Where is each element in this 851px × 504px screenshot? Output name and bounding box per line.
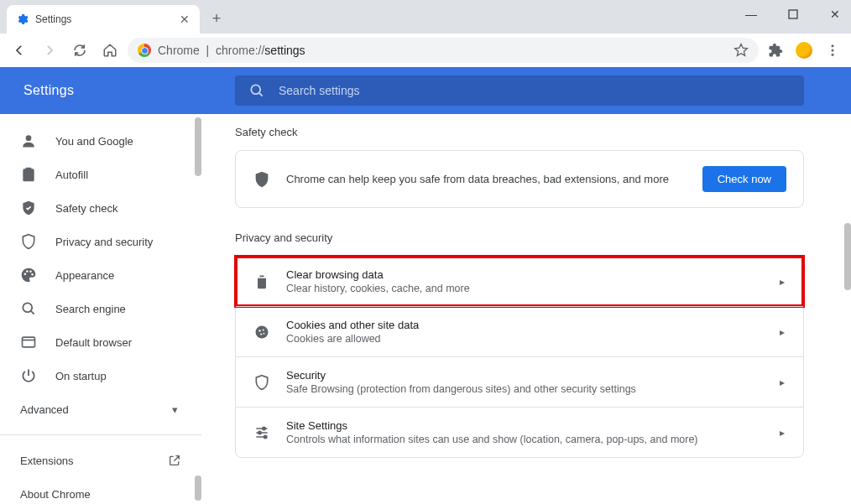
chevron-right-icon: ▸ — [780, 377, 785, 388]
svg-point-15 — [263, 329, 264, 330]
external-link-icon — [168, 454, 181, 467]
palette-icon — [20, 267, 37, 283]
shield-icon — [253, 374, 271, 391]
sidebar-item-autofill[interactable]: Autofill — [0, 158, 201, 191]
url-text: Chrome | chrome://settings — [158, 44, 305, 57]
sidebar-extensions-link[interactable]: Extensions — [0, 444, 201, 477]
scrollbar-thumb[interactable] — [844, 223, 851, 290]
svg-point-10 — [31, 273, 34, 276]
sidebar-item-label: Default browser — [55, 336, 132, 349]
main-content: Safety check Chrome can help keep you sa… — [201, 114, 851, 504]
forward-button[interactable] — [37, 38, 62, 63]
sidebar-item-privacy[interactable]: Privacy and security — [0, 225, 201, 258]
browser-window-icon — [20, 334, 37, 351]
svg-point-13 — [256, 325, 269, 338]
svg-point-14 — [258, 330, 260, 331]
menu-dots-icon[interactable] — [821, 39, 844, 62]
sidebar-item-on-startup[interactable]: On startup — [0, 359, 201, 392]
sidebar-about-link[interactable]: About Chrome — [0, 477, 201, 504]
svg-point-2 — [832, 49, 834, 52]
sidebar-item-appearance[interactable]: Appearance — [0, 258, 201, 292]
search-settings-box[interactable] — [235, 75, 804, 106]
svg-rect-6 — [26, 168, 32, 170]
chevron-down-icon: ▾ — [172, 403, 178, 416]
row-subtitle: Cookies are allowed — [286, 333, 786, 345]
check-now-button[interactable]: Check now — [702, 166, 786, 192]
sidebar-advanced-toggle[interactable]: Advanced ▾ — [0, 392, 201, 426]
divider — [0, 434, 201, 435]
search-settings-input[interactable] — [279, 84, 791, 97]
svg-point-20 — [264, 435, 267, 438]
row-cookies[interactable]: Cookies and other site data Cookies are … — [236, 306, 803, 356]
sidebar-item-safety-check[interactable]: Safety check — [0, 191, 201, 225]
row-title: Cookies and other site data — [286, 319, 786, 331]
svg-point-17 — [264, 332, 265, 334]
svg-point-3 — [832, 54, 834, 56]
sidebar-advanced-label: Advanced — [20, 403, 69, 416]
svg-point-5 — [26, 135, 32, 141]
page-title: Settings — [23, 83, 74, 98]
row-security[interactable]: Security Safe Browsing (protection from … — [236, 356, 803, 407]
shield-icon — [20, 233, 37, 250]
cookie-icon — [253, 324, 271, 340]
reload-button[interactable] — [67, 38, 92, 63]
svg-rect-0 — [789, 10, 797, 18]
svg-point-9 — [29, 271, 32, 273]
sidebar-item-label: You and Google — [55, 135, 133, 148]
power-icon — [20, 367, 37, 384]
new-tab-button[interactable]: + — [205, 7, 228, 30]
settings-header: Settings — [0, 67, 851, 114]
tab-close-button[interactable]: ✕ — [178, 13, 191, 26]
window-minimize-button[interactable]: — — [739, 2, 764, 27]
section-label-safety: Safety check — [235, 126, 804, 138]
row-subtitle: Safe Browsing (protection from dangerous… — [286, 383, 786, 395]
chevron-right-icon: ▸ — [780, 427, 785, 439]
section-label-privacy: Privacy and security — [235, 231, 804, 244]
home-button[interactable] — [97, 38, 123, 63]
shield-check-icon — [20, 200, 37, 216]
row-title: Site Settings — [286, 419, 786, 432]
svg-point-7 — [24, 273, 27, 276]
extension-color-icon[interactable] — [792, 39, 816, 62]
chrome-icon — [138, 44, 151, 57]
browser-tab[interactable]: Settings ✕ — [7, 5, 200, 34]
window-close-button[interactable]: ✕ — [822, 2, 848, 27]
sidebar-item-search-engine[interactable]: Search engine — [0, 292, 201, 325]
sidebar-item-label: About Chrome — [20, 488, 91, 501]
window-maximize-button[interactable] — [781, 2, 806, 27]
row-subtitle: Controls what information sites can use … — [286, 434, 786, 445]
shield-icon — [253, 170, 271, 189]
row-title: Security — [286, 369, 786, 382]
chevron-right-icon: ▸ — [780, 276, 785, 288]
extensions-puzzle-icon[interactable] — [764, 39, 787, 62]
safety-check-card: Chrome can help keep you safe from data … — [235, 150, 804, 208]
svg-point-16 — [260, 333, 262, 335]
sidebar-item-label: Extensions — [20, 455, 74, 467]
scrollbar-thumb[interactable] — [195, 475, 201, 501]
tune-icon — [253, 424, 271, 441]
sidebar-item-label: Search engine — [55, 303, 126, 315]
row-subtitle: Clear history, cookies, cache, and more — [286, 283, 786, 294]
sidebar-item-label: Safety check — [55, 202, 117, 215]
address-bar[interactable]: Chrome | chrome://settings — [128, 38, 759, 63]
sidebar: You and Google Autofill Safety check Pri… — [0, 114, 201, 504]
svg-point-11 — [23, 303, 32, 312]
svg-point-19 — [258, 431, 261, 434]
trash-icon — [253, 273, 271, 290]
sidebar-item-label: Appearance — [55, 269, 114, 282]
row-clear-browsing-data[interactable]: Clear browsing data Clear history, cooki… — [236, 257, 803, 306]
window-titlebar: Settings ✕ + — ✕ — [0, 0, 851, 34]
svg-point-8 — [26, 270, 28, 273]
row-site-settings[interactable]: Site Settings Controls what information … — [236, 407, 803, 457]
tab-title: Settings — [35, 13, 171, 25]
clipboard-icon — [20, 166, 37, 183]
row-title: Clear browsing data — [286, 268, 786, 281]
scrollbar-thumb[interactable] — [195, 117, 201, 176]
bookmark-star-icon[interactable] — [734, 43, 749, 58]
sidebar-item-you-and-google[interactable]: You and Google — [0, 124, 201, 158]
gear-icon — [15, 13, 29, 26]
sidebar-item-label: Privacy and security — [55, 236, 153, 248]
sidebar-item-default-browser[interactable]: Default browser — [0, 325, 201, 359]
svg-point-18 — [263, 427, 265, 429]
back-button[interactable] — [7, 38, 32, 63]
